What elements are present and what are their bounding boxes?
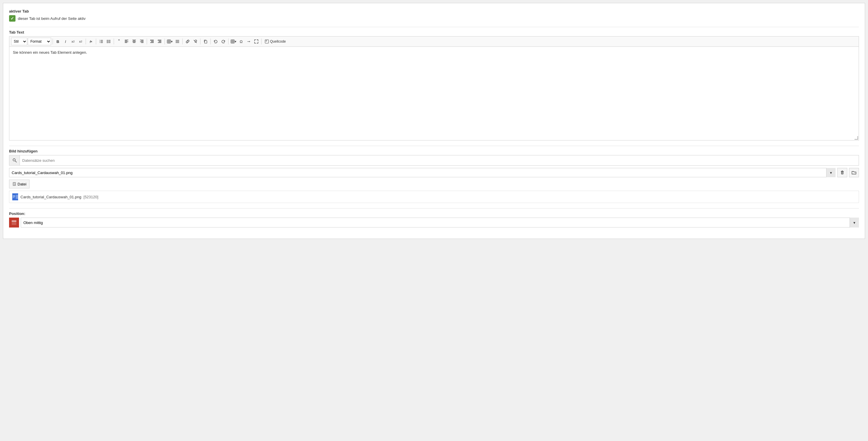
svg-rect-32 (167, 40, 171, 43)
table-props-button[interactable] (174, 38, 181, 45)
table-dropdown-button[interactable]: ▾ (166, 38, 173, 45)
position-section: Position: Oben mittig Oben links Oben re… (9, 211, 859, 228)
undo-button[interactable] (212, 38, 219, 45)
tab-text-section: Tab Text Stil Format B I x2 x2 Ix (9, 30, 859, 140)
blockquote-button[interactable]: " (116, 38, 122, 45)
bild-label: Bild hinzufügen (9, 149, 859, 153)
position-dropdown-wrapper: Oben mittig Oben links Oben rechts Unten… (21, 217, 859, 228)
datei-button[interactable]: Datei (9, 180, 30, 189)
svg-point-10 (107, 41, 108, 42)
aktiver-tab-label: aktiver Tab (9, 9, 859, 13)
indent-right-button[interactable] (149, 38, 155, 45)
bold-button[interactable]: B (54, 38, 61, 45)
divider-toolbar-1 (53, 39, 53, 44)
svg-rect-52 (841, 171, 843, 174)
indent-left-button[interactable] (156, 38, 163, 45)
divider-toolbar-2 (86, 39, 86, 44)
datei-btn-row: Datei (9, 180, 859, 189)
strikethrough-button[interactable]: Ix (87, 38, 94, 45)
svg-line-51 (15, 161, 17, 162)
divider-2 (9, 146, 859, 146)
editor-resize-handle[interactable] (855, 136, 858, 140)
position-row: Oben mittig Oben links Oben rechts Unten… (9, 217, 859, 228)
divider-toolbar-4 (114, 39, 114, 44)
align-center-button[interactable] (131, 38, 138, 45)
file-blue-icon (12, 193, 18, 200)
align-right-button[interactable] (138, 38, 145, 45)
search-icon (12, 158, 17, 163)
svg-rect-62 (13, 195, 15, 196)
svg-rect-47 (265, 40, 269, 43)
position-dropdown[interactable]: Oben mittig Oben links Oben rechts Unten… (21, 217, 859, 228)
svg-point-11 (107, 42, 108, 43)
divider-toolbar-7 (182, 39, 183, 44)
trash-icon (840, 170, 845, 175)
file-select-row: Cards_tutorial_Cardauswah_01.png ▾ (9, 168, 859, 177)
redo-button[interactable] (220, 38, 227, 45)
aktiver-tab-section: aktiver Tab dieser Tab ist beim Aufruf d… (9, 9, 859, 22)
svg-text:3.: 3. (99, 42, 100, 43)
file-entry-name: Cards_tutorial_Cardauswah_01.png [523120… (21, 195, 98, 199)
svg-rect-63 (13, 196, 15, 197)
folder-icon (851, 170, 856, 175)
svg-point-9 (107, 40, 108, 41)
divider-toolbar-10 (228, 39, 228, 44)
divider-toolbar-11 (261, 39, 261, 44)
file-gray-icon (12, 182, 17, 186)
position-label: Position: (9, 211, 859, 216)
special-char-button[interactable]: Ω (238, 38, 245, 45)
file-dropdown-wrapper: Cards_tutorial_Cardauswah_01.png ▾ (9, 168, 836, 177)
delete-button[interactable] (837, 168, 847, 177)
stil-select[interactable]: Stil (11, 38, 27, 45)
position-icon (9, 217, 19, 228)
editor-wrapper: Stil Format B I x2 x2 Ix (9, 36, 859, 140)
source-button[interactable]: Quellcode (263, 38, 287, 45)
search-icon-button[interactable] (9, 156, 20, 165)
unlink-button[interactable] (192, 38, 199, 45)
svg-rect-42 (231, 40, 235, 43)
format-select[interactable]: Format (28, 38, 51, 45)
divider-toolbar-5 (147, 39, 147, 44)
fullscreen-button[interactable] (253, 38, 260, 45)
svg-rect-41 (205, 41, 207, 43)
aktiver-tab-checkbox-label: dieser Tab ist beim Aufruf der Seite akt… (18, 16, 86, 21)
superscript-button[interactable]: x2 (77, 38, 84, 45)
ordered-list-button[interactable]: 1. 2. 3. (98, 38, 105, 45)
align-left-button[interactable] (123, 38, 130, 45)
file-dropdown[interactable]: Cards_tutorial_Cardauswah_01.png (9, 168, 836, 177)
search-input[interactable] (20, 157, 859, 164)
folder-button[interactable] (849, 168, 859, 177)
svg-rect-64 (13, 197, 14, 198)
divider-toolbar-6 (164, 39, 165, 44)
insert-table-button[interactable]: ▾ (230, 38, 237, 45)
editor-content[interactable]: Sie können ein neues Tab Element anlegen… (9, 47, 859, 140)
divider-toolbar-9 (210, 39, 211, 44)
search-row (9, 155, 859, 166)
divider-toolbar-3 (96, 39, 96, 44)
italic-button[interactable]: I (62, 38, 69, 45)
special2-button[interactable]: ⊸ (245, 38, 252, 45)
aktiver-tab-checkbox[interactable] (9, 15, 16, 22)
svg-rect-65 (12, 220, 17, 222)
divider-toolbar-8 (200, 39, 200, 44)
copy-button[interactable] (202, 38, 209, 45)
bild-section: Bild hinzufügen Cards_tutorial_Cardauswa… (9, 149, 859, 203)
file-entry-row: Cards_tutorial_Cardauswah_01.png [523120… (9, 191, 859, 203)
aktiver-tab-checkbox-row: dieser Tab ist beim Aufruf der Seite akt… (9, 15, 859, 22)
svg-rect-66 (12, 223, 17, 225)
divider-1 (9, 27, 859, 27)
tab-text-label: Tab Text (9, 30, 859, 34)
editor-toolbar: Stil Format B I x2 x2 Ix (9, 36, 859, 47)
link-button[interactable] (184, 38, 191, 45)
unordered-list-button[interactable] (105, 38, 112, 45)
subscript-button[interactable]: x2 (69, 38, 76, 45)
